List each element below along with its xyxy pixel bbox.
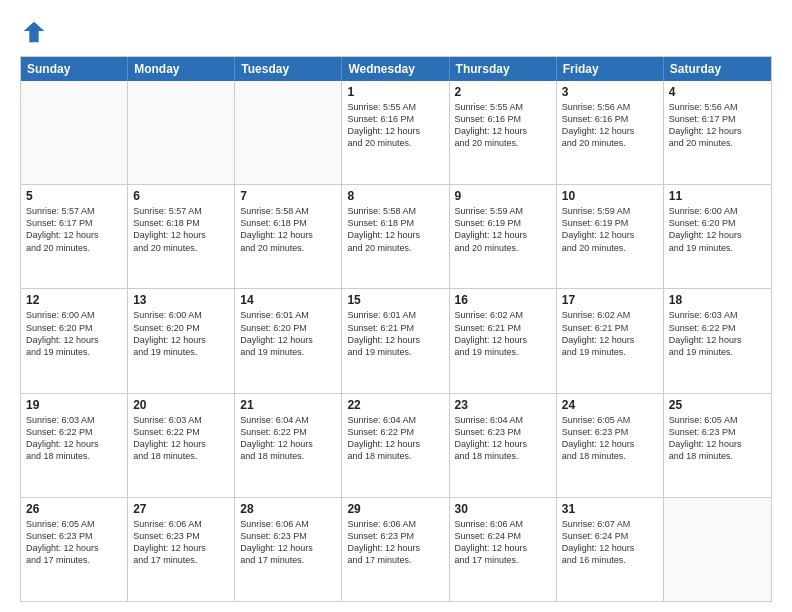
calendar-cell: 30Sunrise: 6:06 AM Sunset: 6:24 PM Dayli… <box>450 498 557 601</box>
cell-info: Sunrise: 6:01 AM Sunset: 6:20 PM Dayligh… <box>240 309 336 358</box>
calendar-header-cell: Sunday <box>21 57 128 81</box>
day-number: 16 <box>455 293 551 307</box>
day-number: 28 <box>240 502 336 516</box>
calendar-cell: 25Sunrise: 6:05 AM Sunset: 6:23 PM Dayli… <box>664 394 771 497</box>
cell-info: Sunrise: 6:03 AM Sunset: 6:22 PM Dayligh… <box>133 414 229 463</box>
calendar-cell: 8Sunrise: 5:58 AM Sunset: 6:18 PM Daylig… <box>342 185 449 288</box>
calendar-cell: 20Sunrise: 6:03 AM Sunset: 6:22 PM Dayli… <box>128 394 235 497</box>
cell-info: Sunrise: 5:58 AM Sunset: 6:18 PM Dayligh… <box>240 205 336 254</box>
calendar-row: 5Sunrise: 5:57 AM Sunset: 6:17 PM Daylig… <box>21 185 771 289</box>
day-number: 26 <box>26 502 122 516</box>
day-number: 31 <box>562 502 658 516</box>
day-number: 14 <box>240 293 336 307</box>
cell-info: Sunrise: 6:06 AM Sunset: 6:23 PM Dayligh… <box>347 518 443 567</box>
calendar-cell <box>21 81 128 184</box>
day-number: 7 <box>240 189 336 203</box>
day-number: 2 <box>455 85 551 99</box>
cell-info: Sunrise: 5:56 AM Sunset: 6:16 PM Dayligh… <box>562 101 658 150</box>
day-number: 29 <box>347 502 443 516</box>
calendar-cell: 13Sunrise: 6:00 AM Sunset: 6:20 PM Dayli… <box>128 289 235 392</box>
calendar-cell: 14Sunrise: 6:01 AM Sunset: 6:20 PM Dayli… <box>235 289 342 392</box>
cell-info: Sunrise: 6:07 AM Sunset: 6:24 PM Dayligh… <box>562 518 658 567</box>
calendar-header-cell: Tuesday <box>235 57 342 81</box>
cell-info: Sunrise: 6:06 AM Sunset: 6:24 PM Dayligh… <box>455 518 551 567</box>
cell-info: Sunrise: 5:58 AM Sunset: 6:18 PM Dayligh… <box>347 205 443 254</box>
calendar-cell <box>128 81 235 184</box>
day-number: 27 <box>133 502 229 516</box>
calendar-cell: 4Sunrise: 5:56 AM Sunset: 6:17 PM Daylig… <box>664 81 771 184</box>
day-number: 11 <box>669 189 766 203</box>
day-number: 3 <box>562 85 658 99</box>
calendar-header-cell: Friday <box>557 57 664 81</box>
calendar-cell: 29Sunrise: 6:06 AM Sunset: 6:23 PM Dayli… <box>342 498 449 601</box>
cell-info: Sunrise: 5:55 AM Sunset: 6:16 PM Dayligh… <box>347 101 443 150</box>
calendar-cell: 19Sunrise: 6:03 AM Sunset: 6:22 PM Dayli… <box>21 394 128 497</box>
cell-info: Sunrise: 6:03 AM Sunset: 6:22 PM Dayligh… <box>669 309 766 358</box>
day-number: 6 <box>133 189 229 203</box>
calendar-cell: 7Sunrise: 5:58 AM Sunset: 6:18 PM Daylig… <box>235 185 342 288</box>
cell-info: Sunrise: 6:00 AM Sunset: 6:20 PM Dayligh… <box>133 309 229 358</box>
cell-info: Sunrise: 5:57 AM Sunset: 6:17 PM Dayligh… <box>26 205 122 254</box>
calendar-cell: 23Sunrise: 6:04 AM Sunset: 6:23 PM Dayli… <box>450 394 557 497</box>
calendar-cell: 27Sunrise: 6:06 AM Sunset: 6:23 PM Dayli… <box>128 498 235 601</box>
day-number: 1 <box>347 85 443 99</box>
cell-info: Sunrise: 6:03 AM Sunset: 6:22 PM Dayligh… <box>26 414 122 463</box>
calendar: SundayMondayTuesdayWednesdayThursdayFrid… <box>20 56 772 602</box>
cell-info: Sunrise: 6:05 AM Sunset: 6:23 PM Dayligh… <box>669 414 766 463</box>
day-number: 22 <box>347 398 443 412</box>
calendar-cell: 28Sunrise: 6:06 AM Sunset: 6:23 PM Dayli… <box>235 498 342 601</box>
cell-info: Sunrise: 5:59 AM Sunset: 6:19 PM Dayligh… <box>455 205 551 254</box>
calendar-cell: 18Sunrise: 6:03 AM Sunset: 6:22 PM Dayli… <box>664 289 771 392</box>
cell-info: Sunrise: 6:04 AM Sunset: 6:22 PM Dayligh… <box>347 414 443 463</box>
day-number: 12 <box>26 293 122 307</box>
header <box>20 18 772 46</box>
cell-info: Sunrise: 6:02 AM Sunset: 6:21 PM Dayligh… <box>562 309 658 358</box>
calendar-cell: 1Sunrise: 5:55 AM Sunset: 6:16 PM Daylig… <box>342 81 449 184</box>
cell-info: Sunrise: 6:06 AM Sunset: 6:23 PM Dayligh… <box>240 518 336 567</box>
calendar-cell: 21Sunrise: 6:04 AM Sunset: 6:22 PM Dayli… <box>235 394 342 497</box>
calendar-cell: 15Sunrise: 6:01 AM Sunset: 6:21 PM Dayli… <box>342 289 449 392</box>
cell-info: Sunrise: 5:55 AM Sunset: 6:16 PM Dayligh… <box>455 101 551 150</box>
cell-info: Sunrise: 6:04 AM Sunset: 6:23 PM Dayligh… <box>455 414 551 463</box>
day-number: 21 <box>240 398 336 412</box>
calendar-cell <box>664 498 771 601</box>
cell-info: Sunrise: 6:05 AM Sunset: 6:23 PM Dayligh… <box>562 414 658 463</box>
logo <box>20 18 52 46</box>
cell-info: Sunrise: 5:59 AM Sunset: 6:19 PM Dayligh… <box>562 205 658 254</box>
calendar-cell: 6Sunrise: 5:57 AM Sunset: 6:18 PM Daylig… <box>128 185 235 288</box>
calendar-row: 19Sunrise: 6:03 AM Sunset: 6:22 PM Dayli… <box>21 394 771 498</box>
cell-info: Sunrise: 6:00 AM Sunset: 6:20 PM Dayligh… <box>26 309 122 358</box>
svg-marker-0 <box>24 22 45 43</box>
cell-info: Sunrise: 6:02 AM Sunset: 6:21 PM Dayligh… <box>455 309 551 358</box>
calendar-cell: 12Sunrise: 6:00 AM Sunset: 6:20 PM Dayli… <box>21 289 128 392</box>
calendar-header-cell: Wednesday <box>342 57 449 81</box>
day-number: 30 <box>455 502 551 516</box>
calendar-header-cell: Saturday <box>664 57 771 81</box>
day-number: 13 <box>133 293 229 307</box>
calendar-row: 26Sunrise: 6:05 AM Sunset: 6:23 PM Dayli… <box>21 498 771 601</box>
day-number: 17 <box>562 293 658 307</box>
day-number: 5 <box>26 189 122 203</box>
calendar-cell: 5Sunrise: 5:57 AM Sunset: 6:17 PM Daylig… <box>21 185 128 288</box>
calendar-cell: 16Sunrise: 6:02 AM Sunset: 6:21 PM Dayli… <box>450 289 557 392</box>
calendar-cell: 9Sunrise: 5:59 AM Sunset: 6:19 PM Daylig… <box>450 185 557 288</box>
calendar-cell: 31Sunrise: 6:07 AM Sunset: 6:24 PM Dayli… <box>557 498 664 601</box>
calendar-body: 1Sunrise: 5:55 AM Sunset: 6:16 PM Daylig… <box>21 81 771 601</box>
cell-info: Sunrise: 5:56 AM Sunset: 6:17 PM Dayligh… <box>669 101 766 150</box>
cell-info: Sunrise: 5:57 AM Sunset: 6:18 PM Dayligh… <box>133 205 229 254</box>
cell-info: Sunrise: 6:05 AM Sunset: 6:23 PM Dayligh… <box>26 518 122 567</box>
calendar-header-row: SundayMondayTuesdayWednesdayThursdayFrid… <box>21 57 771 81</box>
calendar-cell <box>235 81 342 184</box>
calendar-cell: 17Sunrise: 6:02 AM Sunset: 6:21 PM Dayli… <box>557 289 664 392</box>
day-number: 20 <box>133 398 229 412</box>
calendar-cell: 24Sunrise: 6:05 AM Sunset: 6:23 PM Dayli… <box>557 394 664 497</box>
day-number: 15 <box>347 293 443 307</box>
day-number: 19 <box>26 398 122 412</box>
calendar-cell: 3Sunrise: 5:56 AM Sunset: 6:16 PM Daylig… <box>557 81 664 184</box>
day-number: 18 <box>669 293 766 307</box>
day-number: 24 <box>562 398 658 412</box>
cell-info: Sunrise: 6:00 AM Sunset: 6:20 PM Dayligh… <box>669 205 766 254</box>
cell-info: Sunrise: 6:04 AM Sunset: 6:22 PM Dayligh… <box>240 414 336 463</box>
calendar-cell: 22Sunrise: 6:04 AM Sunset: 6:22 PM Dayli… <box>342 394 449 497</box>
day-number: 23 <box>455 398 551 412</box>
